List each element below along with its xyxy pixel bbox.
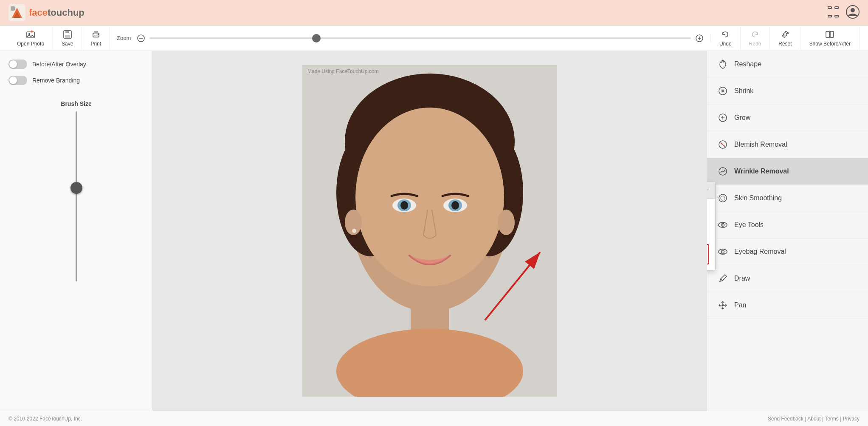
svg-point-44 [352, 229, 356, 233]
svg-rect-25 [826, 31, 829, 37]
toolbar: Open Photo Save Print Zoom [0, 26, 868, 51]
svg-point-64 [722, 304, 724, 307]
save-button[interactable]: Save [53, 27, 82, 49]
grow-tool-button[interactable]: Grow [707, 105, 868, 131]
print-button[interactable]: Print [82, 27, 110, 49]
header: facetouchup [0, 0, 868, 26]
eye-tools-tool-button[interactable]: Eye Tools [707, 212, 868, 239]
footer-links: Send Feedback | About | Terms | Privacy [768, 416, 860, 422]
wrinkle-panel-container: Reshape Shrink Grow [707, 51, 868, 319]
remove-branding-row: Remove Branding [8, 76, 144, 85]
svg-rect-14 [65, 35, 70, 38]
shrink-label: Shrink [734, 87, 753, 95]
eyebag-removal-tool-button[interactable]: Eyebag Removal [707, 239, 868, 265]
canvas-area[interactable]: Made Using FaceTouchUp.com [153, 51, 707, 411]
send-feedback-link[interactable]: Send Feedback [768, 416, 803, 422]
eye-tools-label: Eye Tools [734, 221, 764, 229]
draw-label: Draw [734, 275, 750, 282]
photo-container: Made Using FaceTouchUp.com [302, 65, 557, 397]
svg-rect-17 [94, 36, 98, 38]
account-icon[interactable] [846, 5, 860, 20]
photo-watermark: Made Using FaceTouchUp.com [307, 68, 378, 74]
wrinkle-removal-tool-button[interactable]: Wrinkle Removal [707, 158, 868, 185]
zoom-thumb[interactable] [312, 34, 321, 43]
svg-point-9 [851, 8, 855, 12]
shrink-tool-button[interactable]: Shrink [707, 78, 868, 105]
svg-line-52 [721, 142, 725, 147]
svg-line-63 [721, 279, 722, 281]
toolbar-actions: Undo Redo Reset Show Before/A [711, 27, 860, 49]
wrinkle-panel: Wrinkle Removal − Brush [707, 182, 716, 271]
undo-button[interactable]: Undo [711, 27, 741, 49]
wrinkle-panel-close-button[interactable]: − [707, 186, 709, 194]
brush-slider-thumb[interactable] [70, 182, 82, 194]
logo[interactable]: facetouchup [8, 4, 85, 21]
before-after-overlay-toggle[interactable] [8, 60, 27, 69]
privacy-link[interactable]: Privacy [843, 416, 860, 422]
zoom-area: Zoom [110, 34, 711, 43]
svg-point-43 [498, 210, 515, 235]
brush-size-section: Brush Size [8, 92, 144, 281]
remove-branding-toggle[interactable] [8, 76, 27, 85]
logo-icon [8, 4, 25, 21]
open-photo-button[interactable]: Open Photo [8, 27, 53, 49]
pan-tool-button[interactable]: Pan [707, 292, 868, 319]
wrinkle-removal-container: Wrinkle Removal Wrinkle Removal − [707, 158, 868, 185]
remove-branding-label: Remove Branding [32, 77, 80, 84]
brush-size-label: Brush Size [61, 100, 91, 107]
header-right [827, 5, 860, 20]
intensity-label: Intensity [707, 234, 709, 241]
zoom-plus-button[interactable] [695, 34, 704, 43]
svg-point-56 [719, 194, 727, 202]
reshape-tool-button[interactable]: Reshape [707, 51, 868, 78]
photo-canvas[interactable] [302, 65, 557, 397]
svg-point-41 [451, 201, 459, 210]
zoom-label: Zoom [117, 35, 131, 41]
pan-label: Pan [734, 301, 746, 309]
footer-copyright: © 2010-2022 FaceTouchUp, Inc. [8, 416, 82, 422]
brush-size-slider[interactable] [71, 111, 82, 281]
skin-smoothing-label: Skin Smoothing [734, 194, 782, 202]
right-sidebar: Reshape Shrink Grow [707, 51, 868, 411]
svg-rect-26 [830, 31, 834, 37]
svg-point-60 [722, 224, 724, 226]
draw-tool-button[interactable]: Draw [707, 265, 868, 292]
intensity-box: 5 [707, 244, 709, 264]
zoom-minus-button[interactable] [137, 34, 145, 43]
svg-point-18 [98, 34, 99, 34]
main: Before/After Overlay Remove Branding Bru… [0, 51, 868, 411]
about-link[interactable]: About [807, 416, 820, 422]
svg-rect-3 [11, 6, 15, 11]
wrinkle-panel-header: Wrinkle Removal − [707, 182, 715, 199]
reshape-label: Reshape [734, 60, 761, 68]
terms-link[interactable]: Terms [825, 416, 839, 422]
svg-point-57 [721, 196, 725, 200]
svg-rect-10 [27, 32, 34, 38]
svg-point-62 [721, 250, 724, 253]
eyebag-removal-label: Eyebag Removal [734, 248, 786, 256]
fullscreen-icon[interactable] [827, 6, 839, 20]
show-before-after-button[interactable]: Show Before/After [801, 27, 860, 49]
grow-label: Grow [734, 114, 750, 122]
redo-button[interactable]: Redo [741, 27, 770, 49]
wrinkle-removal-label: Wrinkle Removal [734, 168, 789, 175]
before-after-overlay-label: Before/After Overlay [32, 61, 86, 68]
blemish-removal-tool-button[interactable]: Blemish Removal [707, 131, 868, 158]
svg-point-35 [355, 108, 504, 286]
reset-button[interactable]: Reset [770, 27, 800, 49]
before-after-overlay-row: Before/After Overlay [8, 60, 144, 69]
svg-point-24 [783, 33, 787, 36]
brush-slider-track [76, 111, 77, 281]
wrinkle-panel-body: Brush Auto Intensity [707, 199, 715, 270]
left-panel: Before/After Overlay Remove Branding Bru… [0, 51, 153, 411]
footer: © 2010-2022 FaceTouchUp, Inc. Send Feedb… [0, 411, 868, 426]
svg-rect-13 [65, 31, 69, 33]
zoom-slider[interactable] [149, 37, 691, 39]
mode-buttons: Brush Auto [707, 204, 709, 228]
skin-smoothing-tool-button[interactable]: Skin Smoothing [707, 185, 868, 212]
svg-rect-16 [94, 31, 98, 34]
blemish-removal-label: Blemish Removal [734, 141, 787, 148]
logo-text: facetouchup [29, 7, 85, 18]
svg-point-40 [400, 201, 408, 210]
